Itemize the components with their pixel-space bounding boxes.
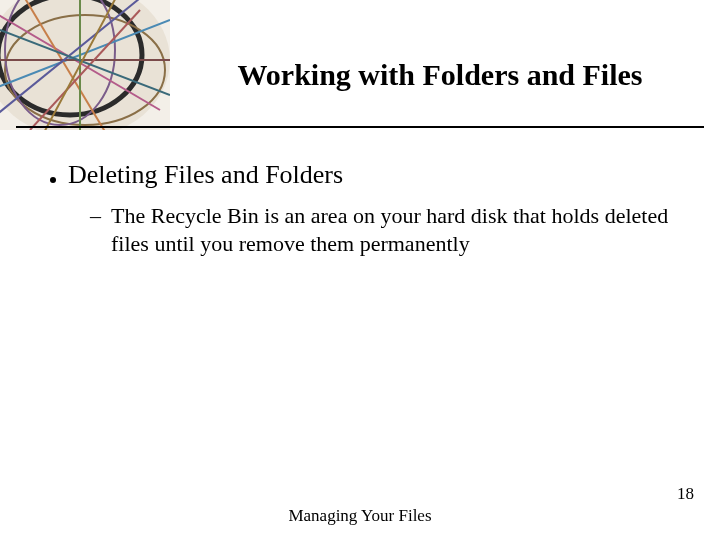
bullet-text: Deleting Files and Folders [68,160,343,190]
slide-body: Deleting Files and Folders – The Recycle… [50,160,680,257]
slide-title: Working with Folders and Files [180,58,700,92]
sub-bullet-row: – The Recycle Bin is an area on your har… [90,202,680,257]
dash-icon: – [90,202,101,230]
bullet-row: Deleting Files and Folders [50,160,680,190]
decorative-sphere-icon [0,0,170,130]
title-rule [16,126,704,128]
page-number: 18 [677,484,694,504]
slide-header: Working with Folders and Files [0,0,720,130]
title-wrap: Working with Folders and Files [180,58,700,92]
sub-bullet-block: – The Recycle Bin is an area on your har… [90,202,680,257]
slide: Working with Folders and Files Deleting … [0,0,720,540]
sub-bullet-text: The Recycle Bin is an area on your hard … [111,202,680,257]
footer-center: Managing Your Files [0,506,720,526]
bullet-dot-icon [50,177,56,183]
